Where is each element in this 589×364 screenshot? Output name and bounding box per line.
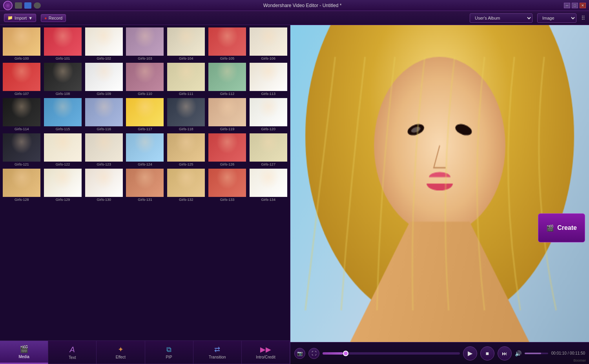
icon1[interactable] [15, 2, 22, 9]
media-thumb-Girls-120[interactable]: Girls-120 [248, 97, 288, 132]
thumb-label: Girls-129 [56, 198, 70, 202]
fullscreen-button[interactable]: ⛶ [308, 348, 319, 359]
media-thumb-Girls-110[interactable]: Girls-110 [125, 62, 165, 96]
type-dropdown[interactable]: Image [537, 13, 576, 23]
time-display: 00:01:10 / 00:11:50 [551, 351, 585, 355]
window-title: Wondershare Video Editor - Untitled * [41, 3, 564, 8]
media-thumb-Girls-119[interactable]: Girls-119 [207, 97, 248, 132]
thumb-label: Girls-118 [179, 127, 193, 131]
volume-fill [525, 353, 541, 354]
album-dropdown[interactable]: User's Album [470, 13, 532, 23]
play-button[interactable]: ▶ [463, 346, 477, 360]
import-icon: 📁 [7, 15, 13, 20]
media-thumb-Girls-127[interactable]: Girls-127 [248, 133, 288, 167]
thumb-label: Girls-106 [261, 56, 275, 60]
media-thumb-Girls-108[interactable]: Girls-108 [43, 62, 83, 96]
icon3[interactable] [34, 2, 41, 9]
media-thumb-Girls-104[interactable]: Girls-104 [166, 27, 206, 61]
media-tab-icon: 🎬 [20, 345, 28, 353]
title-bar-controls: ─ □ ✕ [564, 3, 586, 8]
thumb-label: Girls-109 [97, 92, 111, 96]
thumb-label: Girls-101 [56, 56, 70, 60]
media-thumb-Girls-122[interactable]: Girls-122 [43, 133, 83, 167]
media-thumb-Girls-125[interactable]: Girls-125 [166, 133, 206, 167]
media-thumb-Girls-117[interactable]: Girls-117 [125, 97, 165, 132]
thumb-label: Girls-107 [15, 92, 29, 96]
media-thumb-Girls-100[interactable]: Girls-100 [2, 27, 42, 61]
media-thumb-Girls-124[interactable]: Girls-124 [125, 133, 165, 167]
media-thumb-Girls-105[interactable]: Girls-105 [207, 27, 248, 61]
thumb-label: Girls-125 [179, 162, 193, 166]
tab-intro[interactable]: ▶▶ Intro/Credit [242, 341, 290, 364]
thumb-label: Girls-132 [179, 198, 193, 202]
import-button[interactable]: 📁 Import ▼ [4, 14, 36, 22]
snapshot-button[interactable]: 📷 [294, 348, 305, 359]
thumb-label: Girls-131 [138, 198, 152, 202]
media-thumb-Girls-118[interactable]: Girls-118 [166, 97, 206, 132]
record-icon: ● [44, 16, 47, 20]
progress-handle[interactable] [343, 351, 348, 356]
create-button[interactable]: 🎬 Create [538, 213, 585, 242]
thumb-label: Girls-110 [138, 92, 152, 96]
grid-view-icon[interactable]: ⠿ [581, 15, 585, 21]
media-thumb-Girls-114[interactable]: Girls-114 [2, 97, 42, 132]
next-frame-button[interactable]: ⏭ [498, 346, 512, 360]
volume-icon: 🔊 [515, 350, 522, 357]
thumb-label: Girls-133 [220, 198, 235, 202]
create-label: Create [557, 224, 577, 231]
thumb-label: Girls-124 [138, 162, 152, 166]
icon2[interactable] [24, 2, 31, 9]
intro-tab-icon: ▶▶ [260, 345, 271, 354]
import-label: Import [15, 16, 27, 20]
progress-bar[interactable] [323, 352, 460, 355]
minimize-button[interactable]: ─ [564, 3, 570, 8]
media-thumb-Girls-131[interactable]: Girls-131 [125, 168, 165, 202]
title-bar-left [3, 1, 41, 10]
media-thumb-Girls-106[interactable]: Girls-106 [248, 27, 288, 61]
thumb-label: Girls-116 [97, 127, 111, 131]
media-thumb-Girls-111[interactable]: Girls-111 [166, 62, 206, 96]
media-thumb-Girls-129[interactable]: Girls-129 [43, 168, 83, 202]
stop-button[interactable]: ■ [480, 346, 494, 360]
media-thumb-Girls-109[interactable]: Girls-109 [84, 62, 124, 96]
media-thumb-Girls-128[interactable]: Girls-128 [2, 168, 42, 202]
record-button[interactable]: ● Record [41, 14, 66, 22]
thumb-label: Girls-121 [15, 162, 29, 166]
thumb-label: Girls-127 [261, 162, 275, 166]
pip-tab-icon: ⧉ [166, 346, 171, 354]
media-thumb-Girls-123[interactable]: Girls-123 [84, 133, 124, 167]
media-thumb-Girls-126[interactable]: Girls-126 [207, 133, 248, 167]
text-tab-label: Text [69, 355, 76, 360]
thumb-label: Girls-130 [97, 198, 111, 202]
media-thumb-Girls-102[interactable]: Girls-102 [84, 27, 124, 61]
tab-bar: 🎬 Media A Text ✦ Effect ⧉ PIP ⇄ Transiti… [0, 340, 290, 364]
thumb-label: Girls-128 [15, 198, 29, 202]
media-thumb-Girls-116[interactable]: Girls-116 [84, 97, 124, 132]
thumb-label: Girls-119 [220, 127, 235, 131]
tab-text[interactable]: A Text [48, 341, 97, 364]
media-browser: Girls-100Girls-101Girls-102Girls-103Girl… [0, 25, 290, 364]
media-thumb-Girls-130[interactable]: Girls-130 [84, 168, 124, 202]
media-thumb-Girls-121[interactable]: Girls-121 [2, 133, 42, 167]
tab-pip[interactable]: ⧉ PIP [145, 341, 193, 364]
volume-slider[interactable] [525, 353, 548, 354]
thumb-label: Girls-115 [56, 127, 70, 131]
media-thumb-Girls-132[interactable]: Girls-132 [166, 168, 206, 202]
media-thumb-Girls-133[interactable]: Girls-133 [207, 168, 248, 202]
tab-transition[interactable]: ⇄ Transition [193, 341, 242, 364]
maximize-button[interactable]: □ [572, 3, 578, 8]
media-thumb-Girls-115[interactable]: Girls-115 [43, 97, 83, 132]
media-thumb-Girls-134[interactable]: Girls-134 [248, 168, 288, 202]
media-thumb-Girls-103[interactable]: Girls-103 [125, 27, 165, 61]
media-thumb-Girls-107[interactable]: Girls-107 [2, 62, 42, 96]
media-grid: Girls-100Girls-101Girls-102Girls-103Girl… [0, 25, 290, 340]
import-dropdown-arrow: ▼ [28, 16, 33, 20]
transition-tab-icon: ⇄ [214, 345, 220, 354]
tab-media[interactable]: 🎬 Media [0, 341, 48, 364]
media-thumb-Girls-112[interactable]: Girls-112 [207, 62, 248, 96]
media-thumb-Girls-101[interactable]: Girls-101 [43, 27, 83, 61]
media-thumb-Girls-113[interactable]: Girls-113 [248, 62, 288, 96]
tab-effect[interactable]: ✦ Effect [97, 341, 145, 364]
close-button[interactable]: ✕ [580, 3, 586, 8]
main-area: Girls-100Girls-101Girls-102Girls-103Girl… [0, 25, 589, 364]
